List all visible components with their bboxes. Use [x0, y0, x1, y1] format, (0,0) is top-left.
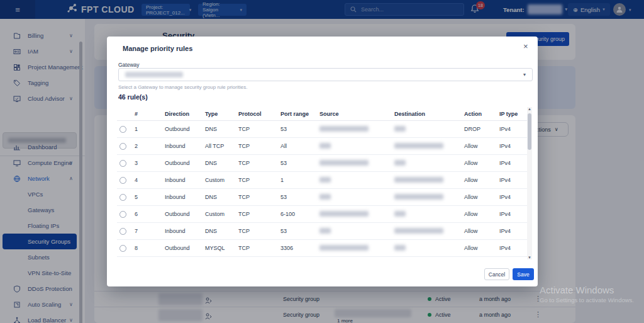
- gateway-helper-text: Select a Gateway to manage security grou…: [118, 84, 247, 90]
- rule-radio[interactable]: [119, 177, 126, 184]
- cell-port: 6-100: [280, 211, 319, 217]
- source-redacted: [319, 194, 331, 200]
- cell-n: 8: [135, 245, 165, 251]
- rule-radio[interactable]: [119, 228, 126, 235]
- cell-direction: Outbound: [165, 245, 205, 251]
- rule-radio[interactable]: [119, 211, 126, 218]
- column-header-port-range: Port range: [280, 111, 319, 117]
- rule-radio[interactable]: [119, 126, 126, 133]
- scroll-up-icon[interactable]: ▲: [527, 107, 532, 111]
- manage-priority-rules-modal: Manage priority rules × Gateway ▾ Select…: [107, 37, 538, 286]
- cell-direction: Inbound: [165, 177, 205, 183]
- cell-protocol: TCP: [238, 245, 280, 251]
- rule-row-4: 4InboundCustomTCP1AllowIPv4: [117, 172, 531, 189]
- rules-count: 46 rule(s): [118, 93, 148, 101]
- cell-action: Allow: [464, 194, 499, 200]
- cell-direction: Inbound: [165, 194, 205, 200]
- save-button[interactable]: Save: [513, 268, 534, 280]
- cell-port: 53: [280, 194, 319, 200]
- scrollbar-thumb[interactable]: [528, 113, 531, 150]
- source-redacted: [319, 160, 369, 166]
- cell-protocol: TCP: [238, 143, 280, 149]
- cell-direction: Inbound: [165, 143, 205, 149]
- cell-direction: Outbound: [165, 126, 205, 132]
- rules-table-header: #DirectionTypeProtocolPort rangeSourceDe…: [117, 107, 531, 121]
- rule-row-5: 5InboundDNSTCP53AllowIPv4: [117, 189, 531, 206]
- cell-port: 53: [280, 228, 319, 234]
- chevron-down-icon: ▾: [523, 72, 526, 77]
- cell-direction: Inbound: [165, 228, 205, 234]
- cell-type: DNS: [205, 126, 238, 132]
- destination-redacted: [394, 126, 406, 132]
- cell-action: Allow: [464, 211, 499, 217]
- destination-redacted: [394, 143, 443, 149]
- cell-action: Allow: [464, 177, 499, 183]
- cell-n: 3: [135, 160, 165, 166]
- cell-action: DROP: [464, 126, 499, 132]
- cell-protocol: TCP: [238, 194, 280, 200]
- cancel-button[interactable]: Cancel: [484, 268, 509, 280]
- source-redacted: [319, 245, 369, 251]
- gateway-value-redacted: [125, 72, 183, 77]
- cell-port: 53: [280, 126, 319, 132]
- modal-title: Manage priority rules: [123, 45, 192, 52]
- rule-row-3: 3OutboundDNSTCP53AllowIPv4: [117, 155, 531, 172]
- cell-protocol: TCP: [238, 177, 280, 183]
- source-redacted: [319, 126, 369, 132]
- destination-redacted: [394, 177, 443, 183]
- gateway-select[interactable]: ▾: [118, 68, 533, 81]
- destination-redacted: [394, 194, 443, 200]
- cell-port: 53: [280, 160, 319, 166]
- cell-action: Allow: [464, 245, 499, 251]
- scroll-down-icon[interactable]: ▼: [527, 256, 532, 259]
- rule-row-6: 6OutboundCustomTCP6-100AllowIPv4: [117, 206, 531, 223]
- source-redacted: [319, 143, 331, 149]
- cell-action: Allow: [464, 228, 499, 234]
- column-header-direction: Direction: [165, 111, 205, 117]
- cell-type: DNS: [205, 160, 238, 166]
- rule-radio[interactable]: [119, 143, 126, 150]
- cell-n: 6: [135, 211, 165, 217]
- cell-protocol: TCP: [238, 211, 280, 217]
- column-header-destination: Destination: [394, 111, 464, 117]
- table-scrollbar[interactable]: ▲ ▼: [527, 107, 532, 259]
- cell-protocol: TCP: [238, 126, 280, 132]
- rule-radio[interactable]: [119, 245, 126, 252]
- cell-action: Allow: [464, 143, 499, 149]
- source-redacted: [319, 228, 331, 234]
- cell-n: 4: [135, 177, 165, 183]
- cell-type: All TCP: [205, 143, 238, 149]
- cell-type: DNS: [205, 228, 238, 234]
- destination-redacted: [394, 160, 406, 166]
- cell-protocol: TCP: [238, 160, 280, 166]
- cell-direction: Outbound: [165, 211, 205, 217]
- rules-table: #DirectionTypeProtocolPort rangeSourceDe…: [117, 107, 531, 257]
- destination-redacted: [394, 245, 406, 251]
- close-icon[interactable]: ×: [523, 42, 528, 51]
- cell-port: All: [280, 143, 319, 149]
- column-header--: #: [135, 111, 165, 117]
- rule-row-7: 7InboundDNSTCP53AllowIPv4: [117, 223, 531, 240]
- rule-row-1: 1OutboundDNSTCP53DROPIPv4: [117, 121, 531, 138]
- cell-protocol: TCP: [238, 228, 280, 234]
- rule-row-8: 8OutboundMYSQLTCP3306AllowIPv4: [117, 240, 531, 257]
- source-redacted: [319, 211, 369, 217]
- cell-type: Custom: [205, 177, 238, 183]
- rule-radio[interactable]: [119, 160, 126, 167]
- cell-n: 1: [135, 126, 165, 132]
- column-header-action: Action: [464, 111, 499, 117]
- cell-n: 7: [135, 228, 165, 234]
- cell-direction: Outbound: [165, 160, 205, 166]
- cell-type: Custom: [205, 211, 238, 217]
- source-redacted: [319, 177, 331, 183]
- column-header-protocol: Protocol: [238, 111, 280, 117]
- cell-n: 5: [135, 194, 165, 200]
- gateway-field-label: Gateway: [118, 62, 140, 68]
- cell-type: MYSQL: [205, 245, 238, 251]
- cell-type: DNS: [205, 194, 238, 200]
- cell-port: 3306: [280, 245, 319, 251]
- activate-windows-watermark: Activate Windows Go to Settings to activ…: [540, 285, 634, 303]
- rule-radio[interactable]: [119, 194, 126, 201]
- column-header-type: Type: [205, 111, 238, 117]
- modal-footer: Cancel Save: [107, 267, 538, 286]
